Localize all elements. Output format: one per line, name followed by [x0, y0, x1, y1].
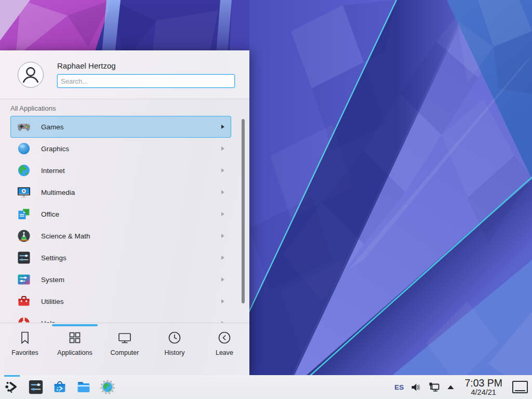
- computer-icon: [117, 330, 132, 345]
- tab-label: History: [165, 349, 185, 356]
- show-desktop-button[interactable]: [512, 381, 528, 393]
- application-launcher-menu: Raphael Hertzog All Applications GamesGr…: [0, 50, 249, 375]
- expand-tray-caret-icon[interactable]: [447, 384, 455, 390]
- taskbar-file-manager-button[interactable]: [76, 379, 91, 395]
- clock-date: 4/24/21: [471, 389, 496, 396]
- volume-icon[interactable]: [410, 382, 421, 393]
- chevron-right-icon: [221, 190, 224, 194]
- globe-gear-icon: [100, 379, 115, 395]
- tab-label: Applications: [57, 349, 92, 356]
- tab-label: Leave: [216, 349, 233, 356]
- kickoff-icon: [4, 379, 20, 395]
- system-sliders-icon: [17, 273, 31, 286]
- chevron-right-icon: [221, 212, 224, 216]
- chevron-right-icon: [221, 147, 224, 151]
- category-label: Office: [41, 210, 59, 218]
- tab-bar: FavoritesApplicationsComputerHistoryLeav…: [0, 323, 249, 356]
- category-item-internet[interactable]: Internet: [10, 159, 231, 181]
- category-item-science-math[interactable]: Science & Math: [10, 225, 231, 247]
- clock-time: 7:03 PM: [464, 378, 502, 389]
- category-label: Games: [41, 123, 64, 131]
- user-name: Raphael Hertzog: [57, 61, 235, 70]
- active-tab-indicator: [52, 324, 98, 326]
- tab-leave[interactable]: Leave: [200, 330, 249, 356]
- chevron-right-icon: [221, 168, 224, 172]
- chevron-right-icon: [221, 277, 224, 282]
- keyboard-layout-indicator[interactable]: ES: [394, 383, 404, 391]
- category-item-office[interactable]: Office: [10, 203, 231, 225]
- chevron-right-icon: [221, 256, 224, 260]
- category-label: Internet: [41, 167, 65, 175]
- tab-favorites[interactable]: Favorites: [0, 330, 50, 356]
- toolbox-icon: [17, 295, 31, 308]
- taskbar-app-launcher-button[interactable]: [4, 379, 20, 395]
- taskbar-web-browser-button[interactable]: [100, 379, 115, 395]
- launcher-footer: FavoritesApplicationsComputerHistoryLeav…: [0, 323, 249, 375]
- globe-icon: [17, 164, 31, 177]
- category-label: System: [41, 276, 64, 284]
- category-item-utilities[interactable]: Utilities: [10, 290, 231, 312]
- category-item-system[interactable]: System: [10, 269, 231, 290]
- tab-history[interactable]: History: [150, 330, 200, 356]
- chevron-right-icon: [221, 125, 224, 129]
- tab-applications[interactable]: Applications: [50, 330, 100, 356]
- taskbar-app-icons: [0, 379, 115, 395]
- search-input[interactable]: [57, 74, 235, 88]
- section-label: All Applications: [10, 104, 249, 112]
- lifebuoy-icon: [17, 316, 31, 323]
- scrollbar[interactable]: [242, 119, 245, 303]
- taskbar: ES 7:03 PM 4/24/21: [0, 375, 532, 399]
- chevron-right-icon: [221, 299, 224, 303]
- tab-label: Computer: [111, 349, 139, 356]
- gamepad-icon: [17, 120, 31, 134]
- sliders-icon: [17, 251, 31, 264]
- category-label: Science & Math: [41, 232, 90, 240]
- category-label: Utilities: [41, 298, 64, 305]
- category-item-help[interactable]: Help: [10, 312, 231, 323]
- taskbar-discover-button[interactable]: [52, 379, 68, 395]
- flask-icon: [17, 229, 31, 243]
- bookmark-icon: [17, 330, 33, 345]
- network-icon[interactable]: [428, 381, 440, 393]
- history-clock-icon: [167, 330, 182, 345]
- user-avatar-icon: [17, 61, 44, 88]
- documents-icon: [17, 207, 31, 221]
- category-item-multimedia[interactable]: Multimedia: [10, 181, 231, 203]
- leave-icon: [217, 330, 232, 345]
- digital-clock[interactable]: 7:03 PM 4/24/21: [464, 378, 502, 396]
- folder-icon: [76, 379, 91, 395]
- system-tray: ES 7:03 PM 4/24/21: [394, 378, 532, 396]
- chevron-right-icon: [221, 234, 224, 238]
- paint-ball-icon: [17, 142, 31, 155]
- media-screen-icon: [17, 185, 31, 199]
- discover-bag-icon: [52, 379, 68, 395]
- category-list: GamesGraphicsInternetMultimediaOfficeSci…: [0, 116, 249, 323]
- settings-app-icon: [28, 379, 44, 395]
- category-item-settings[interactable]: Settings: [10, 247, 231, 269]
- category-label: Graphics: [41, 145, 69, 153]
- category-label: Settings: [41, 254, 66, 262]
- category-item-graphics[interactable]: Graphics: [10, 138, 231, 159]
- launcher-header: Raphael Hertzog: [0, 50, 249, 99]
- category-item-games[interactable]: Games: [10, 116, 231, 138]
- app-grid-icon: [67, 330, 83, 345]
- tab-computer[interactable]: Computer: [100, 330, 150, 356]
- taskbar-system-settings-button[interactable]: [28, 379, 44, 395]
- category-label: Multimedia: [41, 189, 75, 196]
- tab-label: Favorites: [11, 349, 38, 356]
